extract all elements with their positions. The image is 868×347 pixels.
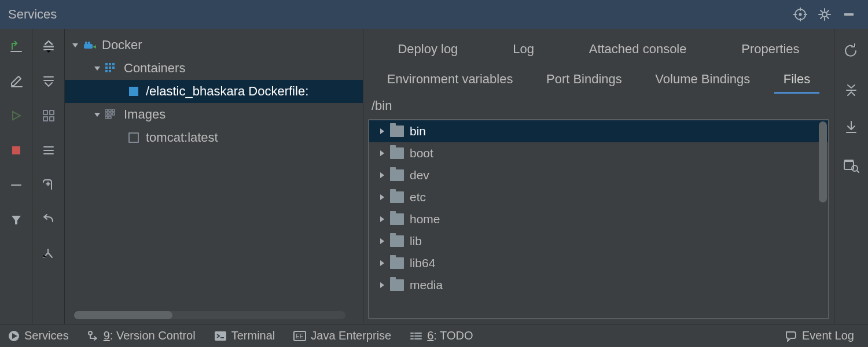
file-name: media <box>410 278 443 292</box>
chevron-right-icon[interactable] <box>375 278 389 292</box>
footer-label: Java Enterprise <box>311 329 391 342</box>
deploy-icon[interactable] <box>5 35 28 58</box>
panel-title: Services <box>8 7 57 22</box>
chevron-right-icon[interactable] <box>375 234 389 248</box>
svg-marker-42 <box>94 67 100 71</box>
file-row[interactable]: lib <box>369 230 828 252</box>
refresh-icon[interactable] <box>840 39 863 62</box>
svg-rect-81 <box>215 331 226 341</box>
file-row[interactable]: dev <box>369 164 828 186</box>
chevron-down-icon[interactable] <box>90 108 104 121</box>
chevron-right-icon[interactable] <box>375 168 389 182</box>
add-tab-icon[interactable] <box>37 174 60 197</box>
file-row[interactable]: boot <box>369 142 828 164</box>
tab-files[interactable]: Files <box>774 66 819 94</box>
tree-node-containers[interactable]: Containers <box>65 57 363 80</box>
svg-marker-41 <box>93 45 96 49</box>
file-name: lib <box>410 234 422 248</box>
svg-rect-50 <box>109 70 111 72</box>
list-icon[interactable] <box>37 139 60 162</box>
folder-icon <box>390 257 404 269</box>
chevron-down-icon[interactable] <box>68 38 82 52</box>
docker-icon <box>82 39 97 51</box>
footer-java-enterprise[interactable]: EE Java Enterprise <box>284 324 400 347</box>
tab-properties[interactable]: Properties <box>732 36 808 64</box>
svg-line-77 <box>857 171 859 172</box>
svg-rect-54 <box>109 109 111 112</box>
stop-icon[interactable] <box>5 139 28 162</box>
minus-icon[interactable] <box>5 174 28 197</box>
footer-event-log[interactable]: Event Log <box>775 324 863 347</box>
tree-node-container[interactable]: /elastic_bhaskara Dockerfile: <box>65 80 363 103</box>
containers-icon <box>104 63 119 73</box>
chevron-down-icon[interactable] <box>90 61 104 75</box>
inspect-icon[interactable] <box>840 154 863 177</box>
gear-icon[interactable] <box>814 3 836 25</box>
svg-rect-30 <box>43 117 47 121</box>
detail-tabs: Deploy log Log Attached console Properti… <box>363 29 834 94</box>
svg-rect-58 <box>112 113 115 115</box>
chevron-right-icon[interactable] <box>375 212 389 226</box>
footer-version-control[interactable]: 9: Version Control <box>78 324 205 347</box>
undo-icon[interactable] <box>37 208 60 231</box>
images-icon <box>104 109 119 120</box>
file-name: lib64 <box>410 256 435 270</box>
file-row[interactable]: lib64 <box>369 252 828 274</box>
folder-icon <box>390 169 404 181</box>
svg-rect-39 <box>85 42 87 44</box>
edit-icon[interactable] <box>5 69 28 93</box>
expand-all-icon[interactable] <box>37 35 60 58</box>
file-name: boot <box>410 146 433 160</box>
collapse-icon[interactable] <box>840 77 863 101</box>
detail-pane: Deploy log Log Attached console Properti… <box>363 29 868 324</box>
container-running-icon <box>126 86 141 97</box>
footer-label: Terminal <box>231 329 275 342</box>
tab-attached-console[interactable]: Attached console <box>580 36 696 64</box>
scrollbar-thumb[interactable] <box>74 311 172 319</box>
svg-marker-69 <box>380 282 384 288</box>
svg-marker-67 <box>380 238 384 244</box>
tab-environment[interactable]: Environment variables <box>378 66 523 94</box>
file-row[interactable]: home <box>369 208 828 230</box>
tab-deploy-log[interactable]: Deploy log <box>388 36 467 64</box>
svg-rect-48 <box>112 67 115 69</box>
panel-header: Services <box>0 0 868 29</box>
svg-rect-55 <box>112 109 115 112</box>
svg-rect-19 <box>12 146 20 154</box>
footer-services[interactable]: Services <box>5 324 78 347</box>
vertical-scrollbar[interactable] <box>819 121 827 202</box>
file-row[interactable]: etc <box>369 186 828 208</box>
footer-label: Services <box>24 329 69 342</box>
branch-icon[interactable] <box>37 243 60 266</box>
tab-port-bindings[interactable]: Port Bindings <box>537 66 631 94</box>
download-icon[interactable] <box>840 116 863 139</box>
tab-log[interactable]: Log <box>503 36 543 64</box>
tree-node-image[interactable]: tomcat:latest <box>65 126 363 149</box>
footer-terminal[interactable]: Terminal <box>205 324 285 347</box>
chevron-right-icon[interactable] <box>375 124 389 138</box>
svg-marker-68 <box>380 260 384 266</box>
run-icon[interactable] <box>5 104 28 127</box>
svg-rect-45 <box>112 63 115 65</box>
tree-node-images[interactable]: Images <box>65 103 363 126</box>
chevron-right-icon[interactable] <box>375 256 389 270</box>
horizontal-scrollbar[interactable] <box>74 311 345 319</box>
svg-marker-63 <box>380 150 384 156</box>
filter-icon[interactable] <box>5 208 28 231</box>
footer-todo[interactable]: 6: TODO <box>400 324 482 347</box>
collapse-all-icon[interactable] <box>37 69 60 93</box>
grid-icon[interactable] <box>37 104 60 127</box>
svg-rect-28 <box>43 110 47 115</box>
target-icon[interactable] <box>789 3 811 25</box>
tab-volume-bindings[interactable]: Volume Bindings <box>646 66 759 94</box>
file-row[interactable]: media <box>369 274 828 296</box>
file-row[interactable]: bin <box>369 120 828 142</box>
folder-icon <box>390 235 404 247</box>
chevron-right-icon[interactable] <box>375 146 389 160</box>
chevron-right-icon[interactable] <box>375 190 389 204</box>
svg-rect-46 <box>105 67 108 69</box>
svg-rect-59 <box>105 116 108 119</box>
minimize-icon[interactable] <box>838 3 860 25</box>
tree-node-docker[interactable]: Docker <box>65 34 363 57</box>
files-list: binbootdevetchomeliblib64media <box>368 119 829 319</box>
